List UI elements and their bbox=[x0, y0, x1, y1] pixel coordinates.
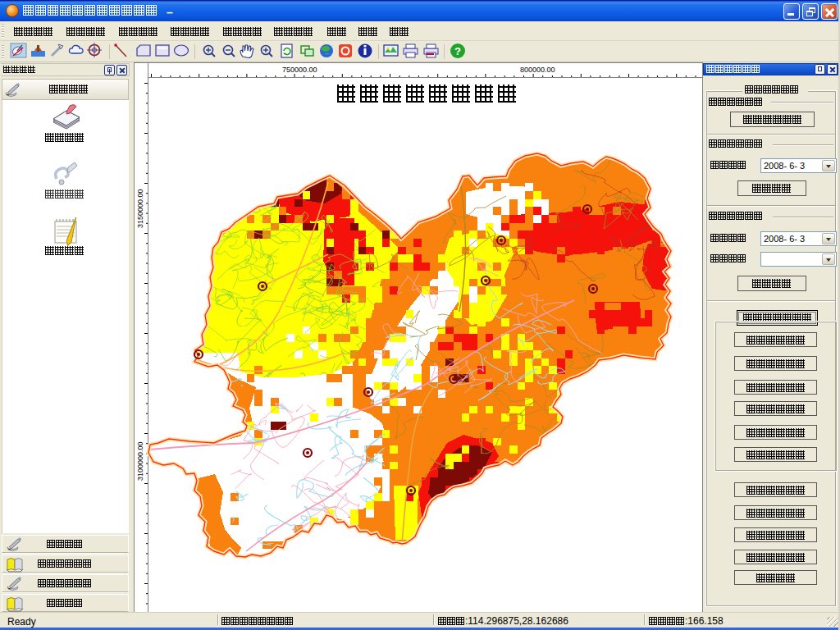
svg-text:?: ? bbox=[454, 45, 461, 57]
